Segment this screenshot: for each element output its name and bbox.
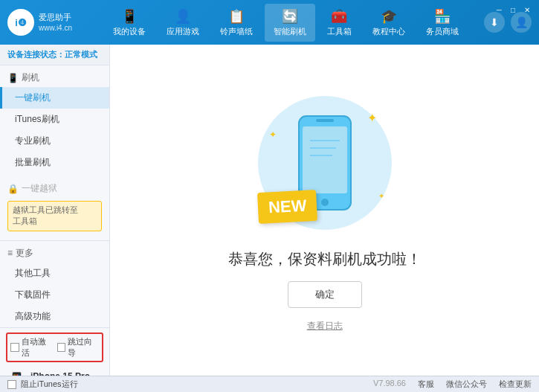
- flash-section: 📱 刷机 一键刷机 iTunes刷机 专业刷机 批量刷机: [0, 65, 109, 176]
- nav-smart-flash[interactable]: 🔄 智能刷机: [265, 4, 315, 42]
- toolbox-icon: 🧰: [331, 8, 347, 25]
- flash-section-header: 📱 刷机: [0, 68, 109, 87]
- skip-guide-checkbox[interactable]: 跳过向导: [57, 336, 100, 359]
- logo-icon: i❹: [7, 9, 34, 36]
- main-content: NEW ✦ ✦ ✦ 恭喜您，保资料刷机成功啦！ 确定 查看日志: [110, 45, 539, 376]
- sidebar-item-batch-flash[interactable]: 批量刷机: [0, 152, 109, 173]
- success-message: 恭喜您，保资料刷机成功啦！: [228, 249, 422, 269]
- nav-my-device[interactable]: 📱 我的设备: [104, 4, 155, 42]
- auto-activate-checkbox[interactable]: 自动激活: [10, 336, 53, 359]
- confirm-button[interactable]: 确定: [288, 281, 362, 308]
- device-details: iPhone 15 Pro Max 512GB iPhone: [30, 370, 102, 376]
- sidebar: 设备连接状态：正常模式 📱 刷机 一键刷机 iTunes刷机 专业刷机 批量刷机…: [0, 45, 110, 376]
- more-section-header: ≡ 更多: [0, 244, 109, 263]
- sidebar-item-advanced[interactable]: 高级功能: [0, 306, 109, 327]
- block-itunes-box[interactable]: [7, 380, 16, 389]
- auto-activate-box[interactable]: [10, 343, 19, 352]
- footer-feedback[interactable]: 客服: [418, 379, 434, 390]
- sparkle-2: ✦: [269, 129, 277, 140]
- nav-tutorial[interactable]: 🎓 教程中心: [364, 4, 414, 42]
- jailbreak-notice: 越狱工具已跳转至工具箱: [7, 201, 102, 231]
- device-phone-icon: 📱: [7, 371, 26, 376]
- nav-ringtones[interactable]: 📋 铃声墙纸: [211, 4, 262, 42]
- close-button[interactable]: ✕: [521, 4, 533, 16]
- jailbreak-section: 🔒 一键越狱 越狱工具已跳转至工具箱: [0, 176, 109, 237]
- window-controls: ─ □ ✕: [494, 4, 533, 16]
- maximize-button[interactable]: □: [508, 4, 518, 16]
- sidebar-item-one-key-flash[interactable]: 一键刷机: [0, 87, 109, 109]
- logo: i❹ 爱思助手 www.i4.cn: [7, 9, 72, 36]
- svg-point-3: [321, 199, 329, 206]
- phone-illustration: NEW ✦ ✦ ✦: [251, 89, 399, 237]
- main-nav: 📱 我的设备 👤 应用游戏 📋 铃声墙纸 🔄 智能刷机 🧰 工具箱 🎓: [87, 4, 484, 42]
- ringtones-icon: 📋: [228, 8, 245, 25]
- svg-rect-2: [316, 119, 334, 122]
- sidebar-item-pro-flash[interactable]: 专业刷机: [0, 130, 109, 152]
- status-bar: 设备连接状态：正常模式: [0, 45, 109, 65]
- sparkle-1: ✦: [367, 111, 377, 125]
- my-device-icon: 📱: [121, 8, 138, 25]
- footer-wechat[interactable]: 微信公众号: [446, 379, 487, 390]
- tutorial-icon: 🎓: [381, 8, 397, 25]
- nav-apps-games[interactable]: 👤 应用游戏: [158, 4, 208, 42]
- more-section: ≡ 更多 其他工具 下载固件 高级功能: [0, 240, 109, 327]
- logo-text: 爱思助手 www.i4.cn: [39, 12, 72, 32]
- version-label: V7.98.66: [373, 379, 406, 390]
- auto-options: 自动激活 跳过向导: [6, 332, 103, 362]
- footer-right: V7.98.66 客服 微信公众号 检查更新: [373, 379, 532, 390]
- new-badge: NEW: [256, 189, 317, 223]
- flash-section-icon: 📱: [7, 73, 19, 83]
- footer: 阻止iTunes运行 V7.98.66 客服 微信公众号 检查更新: [0, 376, 539, 392]
- nav-toolbox[interactable]: 🧰 工具箱: [318, 4, 361, 42]
- footer-check-update[interactable]: 检查更新: [499, 379, 532, 390]
- minimize-button[interactable]: ─: [494, 4, 505, 16]
- sidebar-bottom: 自动激活 跳过向导 📱 iPhone 15 Pro Max 512GB iPho…: [0, 327, 109, 376]
- sidebar-item-download-fw[interactable]: 下载固件: [0, 284, 109, 306]
- skip-guide-box[interactable]: [57, 343, 66, 352]
- smart-flash-icon: 🔄: [282, 8, 298, 25]
- svg-rect-1: [303, 126, 347, 193]
- sidebar-item-itunes-flash[interactable]: iTunes刷机: [0, 109, 109, 130]
- success-card: NEW ✦ ✦ ✦ 恭喜您，保资料刷机成功啦！ 确定 查看日志: [228, 89, 422, 332]
- more-icon: ≡: [7, 248, 13, 258]
- sidebar-item-other-tools[interactable]: 其他工具: [0, 263, 109, 284]
- footer-left: 阻止iTunes运行: [7, 379, 361, 390]
- log-link[interactable]: 查看日志: [307, 320, 343, 332]
- header: i❹ 爱思助手 www.i4.cn 📱 我的设备 👤 应用游戏 📋 铃声墙纸 🔄: [0, 0, 539, 45]
- block-itunes-checkbox[interactable]: 阻止iTunes运行: [7, 379, 361, 390]
- nav-business[interactable]: 🏪 务员商域: [417, 4, 468, 42]
- sparkle-3: ✦: [378, 192, 384, 200]
- main-area: 设备连接状态：正常模式 📱 刷机 一键刷机 iTunes刷机 专业刷机 批量刷机…: [0, 45, 539, 376]
- jailbreak-section-header: 🔒 一键越狱: [0, 179, 109, 198]
- apps-games-icon: 👤: [175, 8, 191, 25]
- business-icon: 🏪: [434, 8, 451, 25]
- lock-icon: 🔒: [7, 184, 19, 194]
- device-info: 📱 iPhone 15 Pro Max 512GB iPhone: [6, 367, 103, 376]
